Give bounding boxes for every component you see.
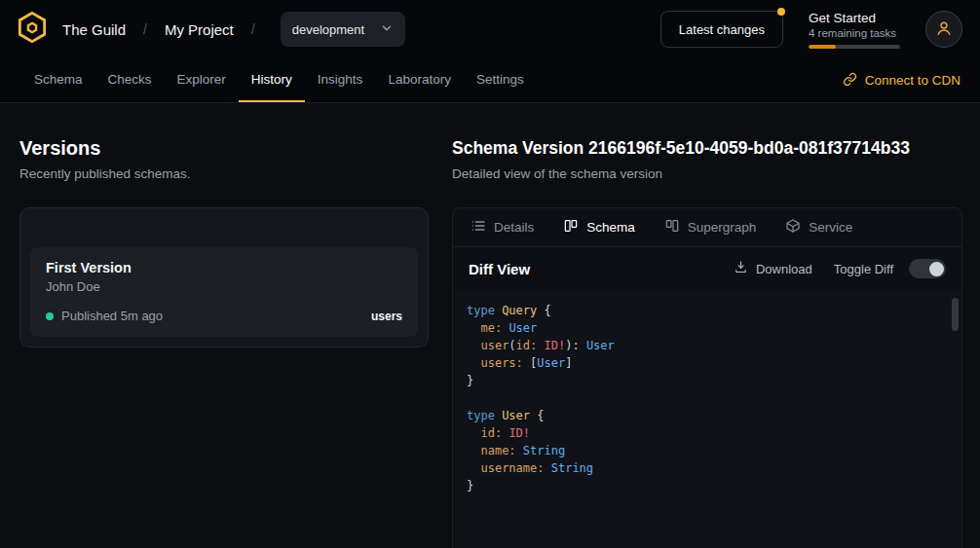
- detail-tab-label: Details: [494, 220, 534, 235]
- top-header: The Guild / My Project / development Lat…: [0, 0, 980, 58]
- schema-version-subtitle: Detailed view of the schema version: [452, 165, 962, 182]
- get-started-title: Get Started: [809, 11, 900, 25]
- diff-view-header: Diff View Download Toggle Diff: [453, 247, 961, 290]
- get-started-progress-bar: [809, 45, 900, 49]
- hive-logo-icon: [16, 11, 49, 48]
- diff-actions: Download Toggle Diff: [734, 259, 946, 278]
- get-started-subtitle: 4 remaining tasks: [809, 27, 900, 39]
- schema-version-title: Schema Version 2166196f-5e10-4059-bd0a-0…: [452, 136, 962, 160]
- toggle-knob: [929, 262, 944, 276]
- version-name: First Version: [46, 259, 402, 276]
- detail-tab-supergraph[interactable]: Supergraph: [664, 218, 757, 237]
- notification-dot: [777, 8, 785, 16]
- scrollbar-thumb[interactable]: [952, 298, 959, 331]
- breadcrumb-separator: /: [251, 21, 255, 37]
- version-author: John Doe: [46, 279, 402, 295]
- version-service-badge: users: [371, 310, 402, 323]
- user-icon: [934, 18, 954, 41]
- detail-tab-label: Service: [809, 220, 852, 235]
- hive-logo[interactable]: [16, 13, 49, 46]
- main-nav: Schema Checks Explorer History Insights …: [0, 58, 980, 103]
- versions-title: Versions: [19, 136, 429, 160]
- code-editor[interactable]: type Query { me: User user(id: ID!): Use…: [453, 290, 961, 548]
- detail-tabs: Details Schema: [453, 208, 961, 247]
- schema-detail-panel: Details Schema: [452, 207, 962, 548]
- tab-settings[interactable]: Settings: [464, 58, 537, 102]
- code-line: id: ID!: [467, 424, 948, 442]
- detail-tab-schema[interactable]: Schema: [563, 218, 635, 237]
- code-line: user(id: ID!): User: [467, 337, 948, 354]
- code-line: }: [467, 372, 948, 389]
- versions-subtitle: Recently published schemas.: [19, 165, 429, 182]
- nav-tabs: Schema Checks Explorer History Insights …: [21, 58, 537, 102]
- toggle-diff-switch[interactable]: [909, 259, 946, 278]
- detail-column: Schema Version 2166196f-5e10-4059-bd0a-0…: [452, 136, 962, 548]
- columns-icon: [563, 218, 579, 237]
- code-line: users: [User]: [467, 354, 948, 372]
- cube-icon: [785, 218, 801, 237]
- detail-tab-service[interactable]: Service: [785, 218, 852, 237]
- download-label: Download: [756, 262, 812, 276]
- link-icon: [843, 72, 857, 90]
- list-icon: [471, 218, 486, 237]
- tab-laboratory[interactable]: Laboratory: [375, 58, 464, 102]
- version-meta-row: Published 5m ago users: [46, 309, 402, 323]
- code-line: [467, 389, 948, 407]
- code-line: }: [467, 477, 948, 494]
- code-line: type Query {: [467, 302, 948, 319]
- header-right: Latest changes Get Started 4 remaining t…: [660, 11, 962, 49]
- chevron-down-icon: [380, 21, 394, 38]
- tab-checks[interactable]: Checks: [95, 58, 165, 102]
- tab-schema[interactable]: Schema: [21, 58, 95, 102]
- published-status-dot: [46, 312, 54, 320]
- version-list-item[interactable]: First Version John Doe Published 5m ago …: [30, 247, 418, 337]
- code-line: me: User: [467, 319, 948, 337]
- get-started-widget[interactable]: Get Started 4 remaining tasks: [809, 11, 900, 49]
- breadcrumb-project[interactable]: My Project: [165, 21, 234, 38]
- breadcrumb-org[interactable]: The Guild: [62, 21, 126, 38]
- detail-tab-label: Schema: [586, 220, 635, 235]
- connect-to-cdn-link[interactable]: Connect to CDN: [843, 58, 961, 102]
- download-button[interactable]: Download: [734, 260, 812, 277]
- get-started-progress-fill: [809, 45, 836, 49]
- user-avatar[interactable]: [925, 11, 962, 48]
- detail-tab-details[interactable]: Details: [471, 218, 534, 237]
- code-line: username: String: [467, 459, 948, 477]
- code-block: type Query { me: User user(id: ID!): Use…: [453, 290, 961, 506]
- app-root: The Guild / My Project / development Lat…: [0, 0, 980, 548]
- code-line: type User {: [467, 407, 948, 424]
- breadcrumb-separator: /: [143, 21, 147, 37]
- connect-to-cdn-label: Connect to CDN: [865, 73, 961, 88]
- version-status: Published 5m ago: [61, 309, 163, 323]
- latest-changes-button[interactable]: Latest changes: [660, 11, 783, 48]
- toggle-diff-label: Toggle Diff: [834, 262, 893, 276]
- main-content: Versions Recently published schemas. Fir…: [0, 103, 980, 548]
- target-selector[interactable]: development: [281, 12, 405, 47]
- grid-icon: [664, 218, 680, 237]
- versions-column: Versions Recently published schemas. Fir…: [19, 136, 429, 548]
- code-line: name: String: [467, 442, 948, 459]
- versions-card: First Version John Doe Published 5m ago …: [19, 207, 429, 347]
- download-icon: [734, 260, 748, 277]
- tab-history[interactable]: History: [239, 58, 305, 102]
- latest-changes-label: Latest changes: [679, 22, 765, 37]
- diff-view-title: Diff View: [469, 261, 530, 277]
- target-selector-value: development: [292, 22, 364, 37]
- breadcrumb: The Guild / My Project / development: [16, 12, 405, 47]
- detail-tab-label: Supergraph: [688, 220, 757, 235]
- tab-explorer[interactable]: Explorer: [165, 58, 239, 102]
- tab-insights[interactable]: Insights: [305, 58, 376, 102]
